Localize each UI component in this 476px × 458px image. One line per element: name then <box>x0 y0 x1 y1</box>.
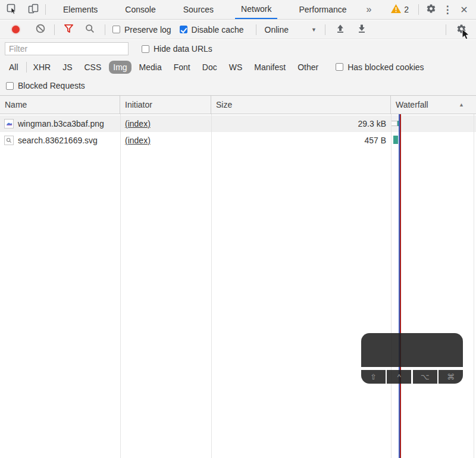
hide-data-urls-checkbox[interactable] <box>142 45 149 53</box>
column-label: Size <box>216 100 232 109</box>
type-filter-font[interactable]: Font <box>170 61 195 74</box>
type-filter-doc[interactable]: Doc <box>198 61 221 74</box>
column-header-waterfall[interactable]: Waterfall ▲ <box>391 96 476 114</box>
column-separator[interactable] <box>391 114 392 458</box>
column-label: Waterfall <box>396 100 428 109</box>
image-preview-icon <box>4 119 14 128</box>
tab-sources[interactable]: Sources <box>177 0 220 19</box>
type-filter-js[interactable]: JS <box>58 61 76 74</box>
initiator-cell: (index) <box>120 119 211 128</box>
tab-network[interactable]: Network <box>235 0 277 19</box>
network-toolbar: Preserve log Disable cache Online ▼ <box>0 20 476 39</box>
settings-button[interactable] <box>422 1 439 18</box>
more-tabs-button[interactable]: » <box>367 4 372 15</box>
divider <box>45 4 46 15</box>
size-cell: 29.3 kB <box>211 119 391 128</box>
inspect-element-button[interactable] <box>4 2 20 17</box>
search-icon <box>85 24 95 35</box>
divider <box>446 24 446 35</box>
keycast-display-area <box>361 333 463 367</box>
divider <box>256 24 256 35</box>
waterfall-cell <box>391 132 476 149</box>
tab-console[interactable]: Console <box>119 0 161 19</box>
filter-bar: Hide data URLs <box>0 40 476 58</box>
request-row-search-svg[interactable]: search.83621669.svg (index) 457 B <box>0 132 476 149</box>
preserve-log-checkbox[interactable] <box>112 26 120 33</box>
size-cell: 457 B <box>211 136 391 145</box>
kebab-menu-button[interactable]: ⋮ <box>439 1 456 18</box>
throttling-dropdown[interactable]: Online ▼ <box>265 25 317 34</box>
tab-label: Console <box>125 5 155 14</box>
tab-elements[interactable]: Elements <box>57 0 104 19</box>
network-search-button[interactable] <box>82 22 98 37</box>
has-blocked-cookies-label: Has blocked cookies <box>347 62 424 72</box>
type-filter-manifest[interactable]: Manifest <box>250 61 290 74</box>
tabbar-right-controls: 2 ⋮ ✕ <box>391 1 476 18</box>
tab-label: Performance <box>299 5 346 14</box>
blocked-requests-row: Blocked Requests <box>0 76 476 95</box>
filter-input[interactable] <box>5 42 129 55</box>
filter-toggle-button[interactable] <box>61 22 76 37</box>
record-network-log-button[interactable] <box>12 26 20 33</box>
has-blocked-cookies-checkbox[interactable] <box>336 63 343 71</box>
type-filter-media[interactable]: Media <box>135 61 166 74</box>
warnings-badge[interactable]: 2 <box>391 4 409 15</box>
type-filter-all[interactable]: All <box>5 61 23 74</box>
sort-ascending-icon: ▲ <box>459 102 464 108</box>
initiator-link[interactable]: (index) <box>125 119 151 128</box>
type-filter-other[interactable]: Other <box>293 61 322 74</box>
column-separator[interactable] <box>120 114 121 458</box>
option-key-icon: ⌥ <box>413 370 437 384</box>
preserve-log-label: Preserve log <box>124 25 171 34</box>
column-separator[interactable] <box>211 114 212 458</box>
network-request-grid: Name Initiator Size Waterfall ▲ wingman.… <box>0 95 476 458</box>
initiator-link[interactable]: (index) <box>125 136 151 145</box>
waterfall-cell <box>391 115 476 132</box>
column-header-name[interactable]: Name <box>0 96 120 114</box>
export-har-button[interactable] <box>354 22 369 37</box>
keycast-overlay: ⇧ ^ ⌥ ⌘ <box>361 333 463 384</box>
close-icon: ✕ <box>460 4 468 15</box>
hide-data-urls-label: Hide data URLs <box>154 44 212 54</box>
column-label: Name <box>5 100 27 109</box>
inspect-cursor-icon <box>7 4 17 16</box>
svg-preview-icon <box>4 136 14 145</box>
clear-network-log-button[interactable] <box>33 22 48 37</box>
disable-cache-label: Disable cache <box>192 25 244 34</box>
type-filter-css[interactable]: CSS <box>80 61 105 74</box>
divider <box>105 24 105 35</box>
column-label: Initiator <box>125 100 152 109</box>
request-name: search.83621669.svg <box>18 136 98 145</box>
column-header-initiator[interactable]: Initiator <box>120 96 211 114</box>
funnel-icon <box>64 24 74 35</box>
type-filter-img[interactable]: Img <box>109 61 131 74</box>
request-row-wingman-png[interactable]: wingman.b3ca3baf.png (index) 29.3 kB <box>0 115 476 132</box>
warning-count: 2 <box>404 5 409 14</box>
resource-type-filters: All XHR JS CSS Img Media Font Doc WS Man… <box>0 58 476 76</box>
load-event-line <box>400 114 401 458</box>
upload-icon <box>336 24 345 35</box>
close-devtools-button[interactable]: ✕ <box>456 1 472 18</box>
device-toolbar-icon <box>28 4 39 16</box>
blocked-requests-checkbox[interactable] <box>6 82 14 90</box>
column-header-size[interactable]: Size <box>211 96 391 114</box>
device-toolbar-button[interactable] <box>25 2 42 17</box>
initiator-cell: (index) <box>120 136 211 145</box>
throttling-value: Online <box>265 25 289 34</box>
gear-icon <box>456 24 466 36</box>
import-har-button[interactable] <box>333 22 348 37</box>
disable-cache-checkbox[interactable] <box>180 26 187 33</box>
control-key-icon: ^ <box>387 370 411 384</box>
devtools-tabbar: Elements Console Sources Network Perform… <box>0 0 476 20</box>
type-filter-ws[interactable]: WS <box>225 61 247 74</box>
grid-body: wingman.b3ca3baf.png (index) 29.3 kB sea <box>0 114 476 458</box>
type-filter-xhr[interactable]: XHR <box>29 61 55 74</box>
gear-icon <box>426 4 436 15</box>
network-settings-button[interactable] <box>453 22 469 37</box>
blocked-requests-label: Blocked Requests <box>18 81 85 90</box>
divider <box>54 24 55 35</box>
chevron-down-icon: ▼ <box>311 27 317 33</box>
tab-performance[interactable]: Performance <box>293 0 352 19</box>
clear-icon <box>36 24 45 35</box>
command-key-icon: ⌘ <box>439 370 463 384</box>
